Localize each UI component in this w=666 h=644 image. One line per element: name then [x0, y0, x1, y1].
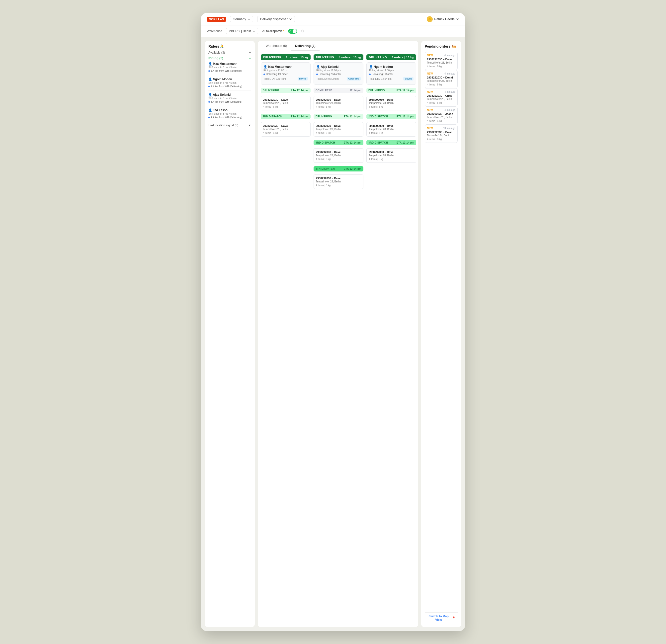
pending-order-card[interactable]: NEW 4 min ago 2938292030 – Dave Tempelho…	[425, 52, 458, 70]
rider-card-status: Delivering 1st order	[369, 73, 414, 75]
dispatch-type: 3RD DISPATCH	[316, 141, 335, 144]
rider-location: 4.4 km from WH (Delivering)	[208, 116, 251, 119]
tab-warehouse[interactable]: Warehouse (5)	[262, 41, 291, 51]
region-label: Germany	[233, 17, 246, 21]
order-card[interactable]: 2938292030 – Dave Tempelhofer 28, Berlin…	[366, 122, 416, 137]
order-meta: 4 items | 6 kg	[316, 105, 361, 108]
column-header: DELIVERING 3 orders | 13 kg	[366, 54, 416, 60]
delivery-column: DELIVERING 3 orders | 13 kg 👤 Ngom Modou…	[366, 54, 416, 624]
order-id: 2938292030 – Dave	[316, 124, 361, 127]
rider-name: 👤 Ngom Modou	[208, 77, 251, 81]
order-card[interactable]: 2938292030 – Dave Tempelhofer 28, Berlin…	[314, 148, 363, 163]
rider-shift: Shift ends in 3 hrs 45 min	[208, 82, 251, 84]
new-badge: NEW 4 min ago	[427, 90, 455, 93]
center-panel: Warehouse (5) Delivering (3) DELIVERING …	[258, 41, 418, 627]
rider-card-status: Delivering 1st order	[263, 73, 308, 75]
dispatch-type: DELIVERING	[368, 89, 385, 92]
rider-location: 1.4 km from WH (Returning)	[208, 70, 251, 72]
riding-section[interactable]: Riding (5) ▲	[208, 56, 251, 60]
order-id: 2938292030 – Dave	[369, 124, 414, 127]
eta-bar: Total ETA: 02:00 pm Cargo bike	[316, 77, 361, 81]
subheader: Warehouse PBERG | Berlin Auto-dispatch* …	[201, 25, 465, 37]
dispatch-type: DELIVERING	[263, 89, 279, 92]
order-card[interactable]: 2938292030 – Dave Tempelhofer 28, Berlin…	[261, 96, 311, 110]
order-card[interactable]: 2938292030 – Dave Tempelhofer 28, Berlin…	[314, 174, 363, 189]
dispatch-eta: 12:14 pm	[350, 89, 362, 92]
dispatch-badge: COMPLETED 12:14 pm	[314, 88, 363, 93]
rider-item[interactable]: 👤 Ted Lasso Shift ends in 3 hrs 45 min 4…	[208, 108, 251, 121]
order-card[interactable]: 2938292030 – Dave Tempelhofer 28, Berlin…	[261, 122, 311, 137]
order-time: 4 min ago	[444, 72, 455, 75]
new-badge: NEW 4 min ago	[427, 72, 455, 75]
rider-item[interactable]: 👤 Ngom Modou Shift ends in 3 hrs 45 min …	[208, 77, 251, 90]
vehicle-badge: Cargo bike	[347, 77, 361, 81]
pending-order-id: 2938292030 – Dave	[427, 58, 455, 61]
pending-order-card[interactable]: NEW 13 min ago 2938292030 – Dave Torstra…	[425, 125, 458, 143]
region-dropdown[interactable]: Germany	[230, 16, 253, 22]
order-meta: 4 items | 6 kg	[369, 132, 414, 134]
order-card[interactable]: 2938292030 – Dave Tempelhofer 28, Berlin…	[366, 96, 416, 110]
rider-since: Riding since 11:00 pm	[369, 69, 414, 72]
pending-order-id: 2938292030 – Dave	[427, 130, 455, 134]
dispatch-badge: DELIVERING ETA 12:14 pm	[314, 114, 363, 119]
order-time: 13 min ago	[443, 127, 455, 129]
user-avatar: 🤝	[427, 16, 433, 22]
tab-delivering[interactable]: Delivering (3)	[291, 41, 319, 51]
settings-icon[interactable]: ⚙	[301, 29, 304, 33]
warehouse-value: PBERG | Berlin	[229, 29, 251, 33]
rider-card[interactable]: 👤 Ngom Modou Riding since 11:00 pm Deliv…	[366, 62, 416, 85]
order-card[interactable]: 2938292030 – Dave Tempelhofer 28, Berlin…	[314, 122, 363, 137]
new-badge: NEW 13 min ago	[427, 127, 455, 129]
pending-panel: Pending orders 🧺 NEW 4 min ago 293829203…	[421, 41, 461, 627]
order-address: Tempelhofer 28, Berlin	[263, 102, 308, 104]
rider-name: 👤 Max Mustermann	[208, 62, 251, 66]
dispatch-type: COMPLETED	[316, 89, 332, 92]
switch-map-button[interactable]: Switch to Map View 📍	[425, 612, 458, 624]
order-id: 2938292030 – Dave	[369, 98, 414, 101]
dispatch-eta: ETA 12:14 pm	[344, 168, 362, 170]
rider-item[interactable]: 👤 Max Mustermann Shift ends in 3 hrs 45 …	[208, 62, 251, 75]
eta-bar: Total ETA: 12:14 pm Bicycle	[263, 77, 308, 81]
rider-card[interactable]: 👤 Ajay Solanki Riding since 11:00 pm Del…	[314, 62, 363, 85]
delivery-column: DELIVERING 2 orders | 13 kg 👤 Max Muster…	[261, 54, 311, 624]
order-meta: 4 items | 6 kg	[263, 132, 308, 134]
auto-dispatch-toggle[interactable]	[288, 29, 297, 34]
warehouse-select[interactable]: PBERG | Berlin	[226, 28, 258, 34]
dispatch-eta: ETA 12:14 pm	[344, 141, 362, 144]
rider-card[interactable]: 👤 Max Mustermann Riding since 11:00 pm D…	[261, 62, 311, 85]
rider-since: Riding since 11:00 pm	[316, 69, 361, 72]
pending-order-card[interactable]: NEW 4 min ago 2938292030 – Chris Tempelh…	[425, 88, 458, 106]
pending-order-address: Tempelhofer 28, Berlin	[427, 61, 455, 64]
dispatch-eta: ETA 12:14 pm	[291, 115, 309, 118]
column-header: DELIVERING 2 orders | 13 kg	[261, 54, 311, 60]
order-address: Tempelhofer 28, Berlin	[369, 102, 414, 104]
columns-area: DELIVERING 2 orders | 13 kg 👤 Max Muster…	[258, 51, 418, 627]
order-card[interactable]: 2938292030 – Dave Tempelhofer 28, Berlin…	[366, 148, 416, 163]
dispatch-badge: 3RD DISPATCH ETA 12:14 pm	[366, 140, 416, 145]
lost-signal[interactable]: Lost location signal (3) ▼	[208, 124, 251, 127]
badge-label: NEW	[427, 90, 433, 93]
rider-item[interactable]: 👤 Ajay Solanki Shift ends in 3 hrs 45 mi…	[208, 93, 251, 106]
rider-shift: Shift ends in 3 hrs 45 min	[208, 66, 251, 69]
tool-dropdown[interactable]: Delivery dispatcher	[257, 16, 295, 22]
rider-shift: Shift ends in 3 hrs 45 min	[208, 112, 251, 115]
eta-label: Total ETA: 02:00 pm	[316, 77, 339, 80]
column-header: DELIVERING 4 orders | 13 kg	[314, 54, 363, 60]
rider-since: Riding since 11:00 pm	[263, 69, 308, 72]
pending-order-card[interactable]: NEW 4 min ago 2938292030 – Donal Tempelh…	[425, 70, 458, 88]
new-badge: NEW 4 min ago	[427, 54, 455, 57]
available-section[interactable]: Available (3) ▼	[208, 51, 251, 54]
column-status: DELIVERING	[263, 56, 281, 59]
order-id: 2938292030 – Dave	[263, 98, 308, 101]
user-menu[interactable]: 🤝 Patrick Haede	[427, 16, 459, 22]
sidebar-title: Riders 🚴	[208, 45, 251, 48]
column-summary: 3 orders | 13 kg	[391, 56, 414, 59]
main-layout: Riders 🚴 Available (3) ▼ Riding (5) ▲ 👤 …	[201, 37, 465, 631]
badge-label: NEW	[427, 54, 433, 57]
dispatch-eta: ETA 12:14 pm	[397, 89, 414, 92]
rider-location: 2.4 km from WH (Delivering)	[208, 85, 251, 88]
order-time: 4 min ago	[444, 90, 455, 93]
order-card[interactable]: 2938292030 – Dave Tempelhofer 28, Berlin…	[314, 96, 363, 110]
pending-order-card[interactable]: NEW 4 min ago 2938292030 – Jacob Tempelh…	[425, 106, 458, 125]
order-meta: 4 items | 6 kg	[316, 132, 361, 134]
